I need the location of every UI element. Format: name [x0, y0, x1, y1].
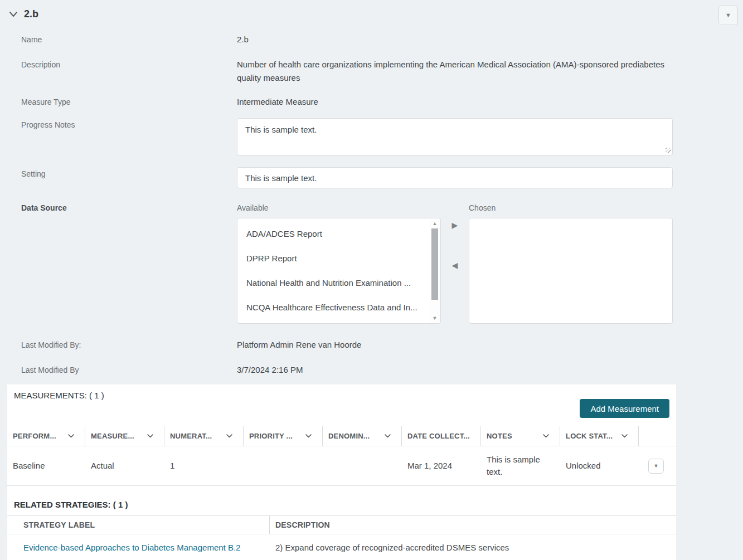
measure-cell: Actual	[85, 460, 164, 472]
list-item[interactable]: NCQA Healthcare Effectiveness Data and I…	[237, 295, 440, 320]
chevron-down-icon	[147, 434, 153, 438]
strategies-table-header: STRATEGY LABEL DESCRIPTION	[7, 515, 676, 534]
table-row: Baseline Actual 1 Mar 1, 2024 This is sa…	[7, 446, 676, 486]
measurements-section-title: MEASUREMENTS: ( 1 )	[14, 391, 104, 400]
data-source-label: Data Source	[21, 201, 237, 212]
chosen-column: Chosen	[469, 201, 673, 324]
scroll-down-icon[interactable]: ▼	[430, 314, 440, 323]
related-strategies-section-title: RELATED STRATEGIES: ( 1 )	[7, 486, 676, 515]
list-item[interactable]: ADA/ADCES Report	[237, 222, 440, 246]
listbox-scrollbar[interactable]: ▲ ▼	[430, 219, 440, 323]
last-modified-date-label: Last Modified By	[21, 363, 237, 374]
measure-type-label: Measure Type	[21, 95, 237, 106]
scrollbar-thumb[interactable]	[431, 228, 438, 300]
name-label: Name	[21, 33, 237, 44]
lock-status-cell: Unlocked	[560, 460, 639, 472]
chevron-down-icon	[226, 434, 232, 438]
field-row-data-source: Data Source Available ADA/ADCES Report D…	[21, 201, 743, 324]
chevron-down-icon[interactable]	[9, 11, 18, 18]
available-listbox[interactable]: ADA/ADCES Report DPRP Report National He…	[237, 218, 441, 324]
list-item[interactable]: National Health and Nutrition Examinatio…	[237, 271, 440, 295]
description-label: Description	[21, 58, 237, 69]
column-header-priority[interactable]: PRIORITY ...	[244, 426, 323, 446]
field-row-setting: Setting	[21, 167, 743, 188]
column-header-lock-status[interactable]: LOCK STAT...	[560, 426, 639, 446]
available-column: Available ADA/ADCES Report DPRP Report N…	[237, 201, 441, 324]
column-header-description: DESCRIPTION	[270, 516, 676, 534]
chosen-listbox[interactable]	[469, 218, 673, 324]
column-header-notes[interactable]: NOTES	[481, 426, 560, 446]
date-collected-cell: Mar 1, 2024	[402, 460, 481, 472]
data-source-dual-list: Available ADA/ADCES Report DPRP Report N…	[237, 201, 673, 324]
field-row-last-modified-date: Last Modified By 3/7/2024 2:16 PM	[21, 363, 743, 377]
add-measurement-button[interactable]: Add Measurement	[580, 399, 669, 418]
last-modified-by-label: Last Modified By:	[21, 338, 237, 349]
move-arrows-column: ▶ ◀	[441, 201, 469, 324]
last-modified-by-value: Platform Admin Rene van Hoorde	[237, 338, 673, 352]
move-left-icon[interactable]: ◀	[452, 261, 458, 269]
page-title: 2.b	[24, 8, 38, 20]
measure-detail-form: Name 2.b Description Number of health ca…	[0, 33, 743, 377]
list-item[interactable]: DPRP Report	[237, 246, 440, 271]
column-header-strategy-label: STRATEGY LABEL	[7, 516, 270, 534]
chevron-down-icon	[305, 434, 312, 438]
chevron-down-icon	[385, 434, 391, 438]
column-header-actions	[639, 426, 676, 446]
section-menu-button[interactable]: ▼	[718, 6, 738, 25]
triangle-down-icon: ▼	[654, 464, 659, 469]
chevron-down-icon	[68, 434, 74, 438]
notes-cell: This is sample text.	[481, 454, 560, 478]
move-right-icon[interactable]: ▶	[452, 221, 458, 229]
progress-notes-label: Progress Notes	[21, 118, 237, 129]
performance-cell: Baseline	[7, 460, 85, 472]
strategy-link[interactable]: Evidence-based Approaches to Diabetes Ma…	[23, 543, 240, 552]
column-header-numerator[interactable]: NUMERAT...	[164, 426, 244, 446]
table-row: Evidence-based Approaches to Diabetes Ma…	[7, 534, 676, 560]
last-modified-date-value: 3/7/2024 2:16 PM	[237, 363, 673, 377]
field-row-measure-type: Measure Type Intermediate Measure	[21, 95, 743, 109]
strategy-description-cell: 2) Expand coverage of recognized-accredi…	[270, 543, 676, 552]
field-row-name: Name 2.b	[21, 33, 743, 46]
available-label: Available	[237, 201, 441, 215]
measure-section-header: 2.b	[0, 0, 743, 20]
scroll-up-icon[interactable]: ▲	[430, 219, 440, 228]
field-row-description: Description Number of health care organi…	[21, 58, 743, 85]
chevron-down-icon	[621, 434, 628, 438]
column-header-date-collected[interactable]: DATE COLLECT...	[402, 426, 481, 446]
column-header-denominator[interactable]: DENOMIN...	[323, 426, 402, 446]
description-value: Number of health care organizations impl…	[237, 58, 673, 85]
triangle-down-icon: ▼	[725, 12, 731, 18]
measure-type-value: Intermediate Measure	[237, 95, 673, 109]
row-menu-button[interactable]: ▼	[648, 459, 664, 474]
chosen-label: Chosen	[469, 201, 673, 215]
progress-notes-textarea[interactable]: This is sample text.	[237, 118, 673, 155]
field-row-last-modified-by: Last Modified By: Platform Admin Rene va…	[21, 338, 743, 352]
setting-input[interactable]	[237, 167, 673, 188]
name-value: 2.b	[237, 33, 673, 46]
field-row-progress-notes: Progress Notes This is sample text.	[21, 118, 743, 155]
chevron-down-icon	[543, 434, 549, 438]
setting-label: Setting	[21, 167, 237, 178]
measurements-panel: MEASUREMENTS: ( 1 ) Add Measurement PERF…	[7, 384, 676, 560]
numerator-cell: 1	[164, 460, 244, 472]
column-header-measure[interactable]: MEASURE...	[85, 426, 164, 446]
measurements-table-header: PERFORM... MEASURE... NUMERAT... PRIORIT…	[7, 426, 676, 446]
column-header-performance[interactable]: PERFORM...	[7, 426, 85, 446]
